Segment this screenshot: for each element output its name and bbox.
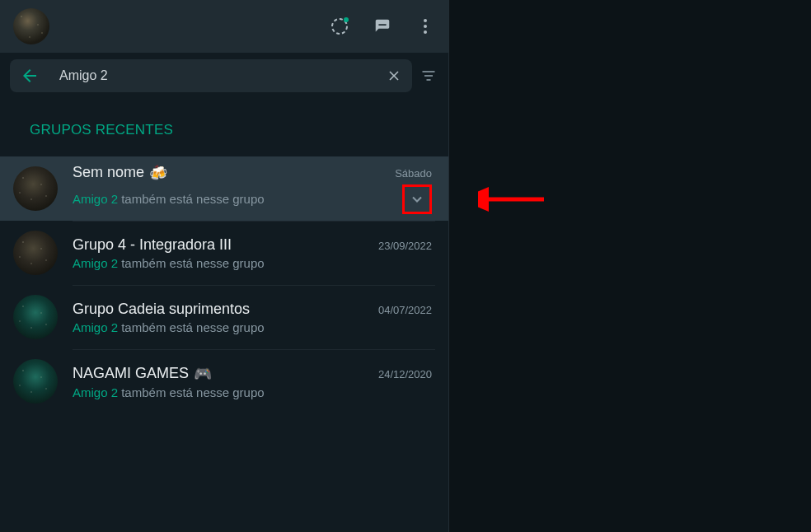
search-match-highlight: Amigo 2 bbox=[73, 320, 118, 334]
chat-item[interactable]: Grupo Cadeia suprimentos04/07/2022Amigo … bbox=[0, 285, 448, 349]
status-indicator-dot bbox=[344, 17, 349, 22]
search-row bbox=[0, 53, 448, 99]
chat-item[interactable]: NAGAMI GAMES🎮24/12/2020Amigo 2 também es… bbox=[0, 349, 448, 413]
content-area bbox=[449, 0, 811, 532]
svg-rect-6 bbox=[423, 71, 435, 72]
search-back-icon[interactable] bbox=[20, 66, 40, 86]
chat-time: Sábado bbox=[395, 167, 432, 180]
search-match-highlight: Amigo 2 bbox=[73, 385, 118, 399]
svg-rect-8 bbox=[427, 79, 431, 81]
header-actions bbox=[330, 16, 435, 36]
chat-title: Grupo 4 - Integradora III bbox=[73, 236, 232, 254]
chat-content: Grupo Cadeia suprimentos04/07/2022Amigo … bbox=[73, 285, 435, 349]
chat-title-emoji: 🎮 bbox=[194, 365, 212, 383]
search-input[interactable] bbox=[59, 68, 366, 83]
annotation-highlight-box bbox=[402, 184, 432, 214]
chat-content: Grupo 4 - Integradora III23/09/2022Amigo… bbox=[73, 221, 435, 285]
menu-icon[interactable] bbox=[415, 16, 435, 36]
clear-search-icon[interactable] bbox=[386, 68, 402, 84]
filter-icon[interactable] bbox=[419, 66, 438, 86]
chat-title: Sem nome🍻 bbox=[73, 164, 167, 182]
search-box bbox=[10, 59, 412, 92]
chat-title: Grupo Cadeia suprimentos bbox=[73, 301, 250, 318]
chat-content: NAGAMI GAMES🎮24/12/2020Amigo 2 também es… bbox=[73, 349, 435, 413]
chat-item[interactable]: Grupo 4 - Integradora III23/09/2022Amigo… bbox=[0, 221, 448, 285]
svg-point-3 bbox=[424, 30, 427, 34]
search-match-highlight: Amigo 2 bbox=[73, 192, 118, 206]
chat-item[interactable]: Sem nome🍻SábadoAmigo 2 também está nesse… bbox=[0, 156, 448, 221]
chat-title-emoji: 🍻 bbox=[149, 164, 167, 182]
sidebar: GRUPOS RECENTES Sem nome🍻SábadoAmigo 2 t… bbox=[0, 0, 449, 532]
chat-avatar[interactable] bbox=[13, 359, 58, 404]
profile-avatar[interactable] bbox=[13, 8, 49, 44]
chat-content: Sem nome🍻SábadoAmigo 2 também está nesse… bbox=[73, 156, 435, 221]
chat-subtitle: Amigo 2 também está nesse grupo bbox=[73, 320, 265, 334]
chat-time: 04/07/2022 bbox=[378, 304, 432, 316]
status-icon[interactable] bbox=[330, 16, 349, 36]
chat-avatar[interactable] bbox=[13, 231, 58, 275]
svg-point-2 bbox=[424, 25, 427, 28]
svg-point-1 bbox=[424, 19, 427, 22]
chat-avatar[interactable] bbox=[13, 166, 58, 211]
chat-list[interactable]: Sem nome🍻SábadoAmigo 2 também está nesse… bbox=[0, 156, 448, 532]
chat-subtitle: Amigo 2 também está nesse grupo bbox=[73, 385, 265, 399]
chat-avatar[interactable] bbox=[13, 295, 58, 339]
chat-subtitle: Amigo 2 também está nesse grupo bbox=[73, 256, 265, 270]
sidebar-header bbox=[0, 0, 448, 53]
chat-subtitle: Amigo 2 também está nesse grupo bbox=[73, 192, 265, 206]
search-match-highlight: Amigo 2 bbox=[73, 256, 118, 270]
chat-time: 23/09/2022 bbox=[378, 240, 432, 252]
chat-title: NAGAMI GAMES🎮 bbox=[73, 365, 212, 383]
section-header-recent-groups: GRUPOS RECENTES bbox=[0, 99, 448, 156]
chevron-down-icon[interactable] bbox=[409, 191, 425, 208]
new-chat-icon[interactable] bbox=[373, 16, 392, 36]
chat-time: 24/12/2020 bbox=[378, 368, 432, 380]
svg-rect-7 bbox=[424, 75, 433, 77]
app-container: GRUPOS RECENTES Sem nome🍻SábadoAmigo 2 t… bbox=[0, 0, 811, 532]
